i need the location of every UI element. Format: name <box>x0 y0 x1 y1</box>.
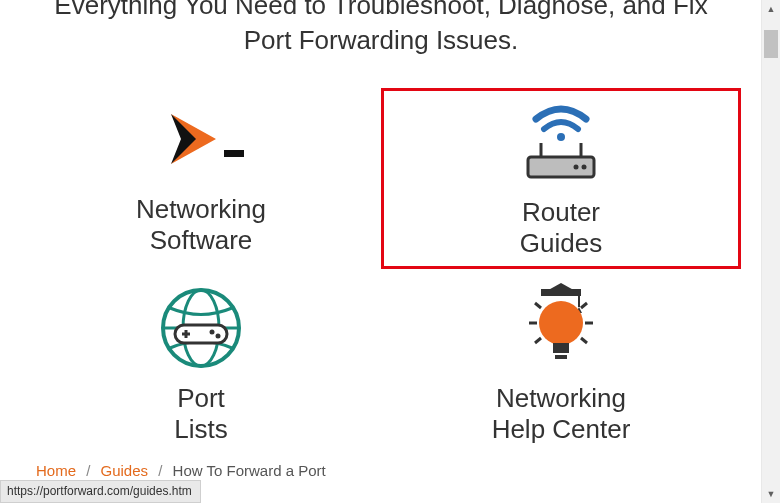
page-viewport: Everything You Need to Troubleshoot, Dia… <box>0 0 762 503</box>
svg-point-3 <box>557 133 565 141</box>
svg-point-8 <box>582 165 587 170</box>
scrollbar-track[interactable]: ▲ ▼ <box>761 0 780 503</box>
card-label: Router Guides <box>520 197 602 259</box>
card-label: Networking Software <box>136 194 266 256</box>
breadcrumb-sep: / <box>86 462 90 479</box>
scrollbar-thumb[interactable] <box>764 30 778 58</box>
cards-grid: Networking Software Router Guid <box>21 88 741 451</box>
svg-marker-17 <box>543 283 579 293</box>
breadcrumb-home[interactable]: Home <box>36 462 76 479</box>
router-icon <box>506 97 616 187</box>
scroll-down-arrow-icon[interactable]: ▼ <box>762 485 780 503</box>
card-networking-software[interactable]: Networking Software <box>21 88 381 268</box>
svg-point-7 <box>574 165 579 170</box>
status-bar-url: https://portforward.com/guides.htm <box>0 480 201 503</box>
svg-point-14 <box>210 329 215 334</box>
page-headline: Everything You Need to Troubleshoot, Dia… <box>0 0 762 58</box>
card-label: Port Lists <box>174 383 227 445</box>
card-router-guides[interactable]: Router Guides <box>381 88 741 268</box>
svg-point-15 <box>216 333 221 338</box>
lightbulb-grad-icon <box>521 283 601 373</box>
svg-point-20 <box>539 301 583 345</box>
card-help-center[interactable]: Networking Help Center <box>381 277 741 451</box>
breadcrumb-guides[interactable]: Guides <box>101 462 149 479</box>
globe-controller-icon <box>156 283 246 373</box>
svg-line-25 <box>535 303 541 308</box>
svg-rect-21 <box>553 343 569 353</box>
scroll-up-arrow-icon[interactable]: ▲ <box>762 0 780 18</box>
svg-line-28 <box>581 338 587 343</box>
svg-rect-2 <box>224 150 244 157</box>
breadcrumb-current: How To Forward a Port <box>173 462 326 479</box>
svg-rect-22 <box>555 355 567 359</box>
card-port-lists[interactable]: Port Lists <box>21 277 381 451</box>
svg-line-27 <box>535 338 541 343</box>
svg-line-26 <box>581 303 587 308</box>
breadcrumb-sep: / <box>158 462 162 479</box>
card-label: Networking Help Center <box>492 383 631 445</box>
breadcrumb: Home / Guides / How To Forward a Port <box>36 462 326 479</box>
networking-software-icon <box>146 94 256 184</box>
